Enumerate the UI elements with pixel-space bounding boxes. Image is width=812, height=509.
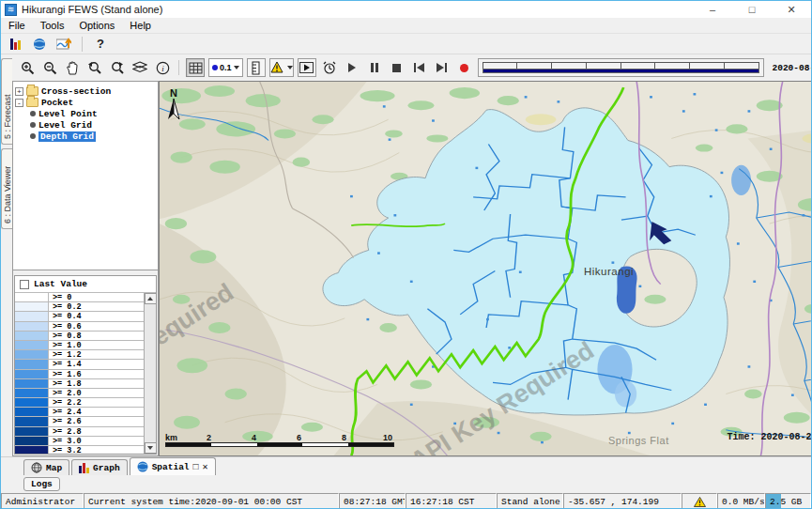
minimize-button[interactable]: –: [693, 4, 732, 16]
globe-wire-icon: [31, 462, 42, 473]
status-gmt-time: 08:27:18 GMT: [339, 493, 406, 509]
left-tab-strip: 5 : Forecast 6 : Data Viewer: [1, 54, 12, 456]
scroll-down-icon[interactable]: [145, 442, 157, 454]
tab-data-viewer[interactable]: 6 : Data Viewer: [1, 148, 12, 229]
legend-swatch: [15, 389, 49, 397]
tree-item-label: Pocket: [41, 98, 73, 108]
timeseries-display-icon[interactable]: [54, 36, 73, 53]
logs-button[interactable]: Logs: [23, 477, 60, 491]
menu-tools[interactable]: Tools: [33, 20, 72, 31]
scroll-up-icon[interactable]: [145, 293, 157, 304]
menu-bar: File Tools Options Help: [1, 18, 811, 34]
legend-swatch: [15, 360, 49, 368]
animation-movie-icon[interactable]: [298, 58, 316, 77]
tree-item-label: Level Grid: [38, 120, 92, 131]
legend-row: >= 1.6: [15, 370, 144, 379]
status-user: Administrator: [1, 493, 84, 509]
close-button[interactable]: ✕: [772, 4, 811, 16]
tree-item-label: Level Point: [38, 109, 98, 119]
tab-maximize-icon[interactable]: □: [193, 462, 199, 472]
tree-item-label-selected: Depth Grid: [38, 131, 96, 142]
tab-graph[interactable]: Graph: [71, 459, 128, 475]
title-bar: ≋ Hikurangi FEWS (Stand alone) – □ ✕: [1, 1, 811, 18]
legend-row: >= 2.0: [15, 389, 144, 398]
timer-settings-icon[interactable]: [320, 58, 339, 77]
zoom-previous-icon[interactable]: [85, 58, 104, 77]
expand-icon[interactable]: +: [15, 87, 23, 96]
app-icon: ≋: [5, 4, 17, 16]
pause-button[interactable]: [365, 58, 384, 77]
legend-panel: Last Value >= 0 >= 0.2 >= 0.4 >= 0.6 >= …: [14, 275, 157, 455]
status-bar: Administrator Current system time:2020-0…: [1, 493, 811, 509]
tree-item-level-point[interactable]: Level Point: [15, 108, 156, 119]
thresholds-warning-icon[interactable]: [269, 58, 294, 77]
legend-label: >= 0.4: [49, 312, 82, 320]
tree-item-pocket[interactable]: - Pocket: [15, 97, 156, 108]
legend-row: >= 1.2: [15, 350, 144, 360]
zoom-next-icon[interactable]: [108, 58, 127, 77]
legend-label: >= 2.0: [49, 389, 82, 397]
spatial-display-icon[interactable]: [30, 36, 49, 53]
legend-row: >= 0.6: [15, 322, 144, 332]
folder-icon: [26, 86, 38, 96]
globe-icon: [137, 461, 148, 472]
pan-hand-icon[interactable]: [63, 58, 82, 77]
legend-swatch: [15, 312, 49, 320]
timeline-timestamp: 2020-08-25 00:00:00 CST: [773, 63, 812, 73]
tab-spatial[interactable]: Spatial □ ✕: [130, 457, 216, 475]
layers-icon[interactable]: [130, 58, 149, 77]
maximize-button[interactable]: □: [732, 4, 772, 16]
checkbox-icon[interactable]: [20, 280, 29, 289]
legend-row: >= 0.2: [15, 302, 144, 312]
chevron-down-icon: [287, 66, 293, 69]
data-explorer-icon[interactable]: [6, 36, 24, 53]
legend-label: >= 2.4: [49, 408, 82, 416]
map-canvas[interactable]: N API Key Required API Key Required Hiku…: [159, 81, 812, 456]
play-button[interactable]: [343, 58, 361, 77]
skip-to-start-button[interactable]: [410, 58, 429, 77]
status-warning[interactable]: [682, 493, 717, 509]
tree-item-level-grid[interactable]: Level Grid: [15, 119, 156, 131]
grid-display-icon[interactable]: [186, 58, 205, 77]
legend-label: >= 2.2: [49, 398, 82, 407]
tab-forecast[interactable]: 5 : Forecast: [1, 58, 12, 145]
status-local-time: 16:27:18 CST: [406, 493, 497, 509]
menu-options[interactable]: Options: [71, 20, 122, 31]
window-title: Hikurangi FEWS (Stand alone): [22, 4, 162, 15]
legend-scrollbar[interactable]: [144, 293, 156, 454]
legend-label: >= 2.6: [49, 417, 82, 425]
scale-ruler-icon[interactable]: [247, 58, 266, 77]
last-value-option[interactable]: Last Value: [15, 276, 156, 293]
collapse-icon[interactable]: -: [15, 99, 23, 107]
record-button[interactable]: [455, 58, 474, 77]
tab-map[interactable]: Map: [23, 459, 69, 475]
bullet-icon: [30, 133, 36, 139]
skip-to-end-button[interactable]: [433, 58, 452, 77]
timeline-slider[interactable]: [478, 58, 764, 77]
legend-swatch: [15, 417, 49, 425]
tree-item-depth-grid[interactable]: Depth Grid: [15, 131, 156, 142]
toolbar-separator: [178, 60, 179, 75]
zoom-out-icon[interactable]: [40, 58, 59, 77]
menu-help[interactable]: Help: [122, 20, 159, 31]
help-icon[interactable]: ?: [91, 36, 110, 53]
status-mode: Stand alone: [497, 493, 563, 509]
legend-swatch: [15, 293, 49, 301]
legend-swatch: [15, 322, 49, 331]
tree-item-cross-section[interactable]: + Cross-section: [15, 85, 156, 97]
menu-file[interactable]: File: [1, 20, 33, 31]
legend-row: >= 1.0: [15, 341, 144, 350]
main-toolbar: ?: [1, 34, 811, 54]
timeline-range-bar[interactable]: [483, 69, 759, 73]
legend-row: >= 2.8: [15, 427, 144, 437]
stop-button[interactable]: [388, 58, 406, 77]
zoom-in-icon[interactable]: [18, 58, 37, 77]
tab-close-icon[interactable]: ✕: [203, 461, 208, 472]
legend-label: >= 0.2: [49, 302, 82, 311]
contour-value-dropdown[interactable]: 0.1: [208, 58, 243, 77]
bullet-icon: [30, 122, 36, 128]
tree-item-label: Cross-section: [41, 86, 111, 97]
info-icon[interactable]: i: [153, 58, 172, 77]
status-memory: 2.5 GB: [765, 493, 811, 509]
legend-row: >= 1.4: [15, 360, 144, 369]
